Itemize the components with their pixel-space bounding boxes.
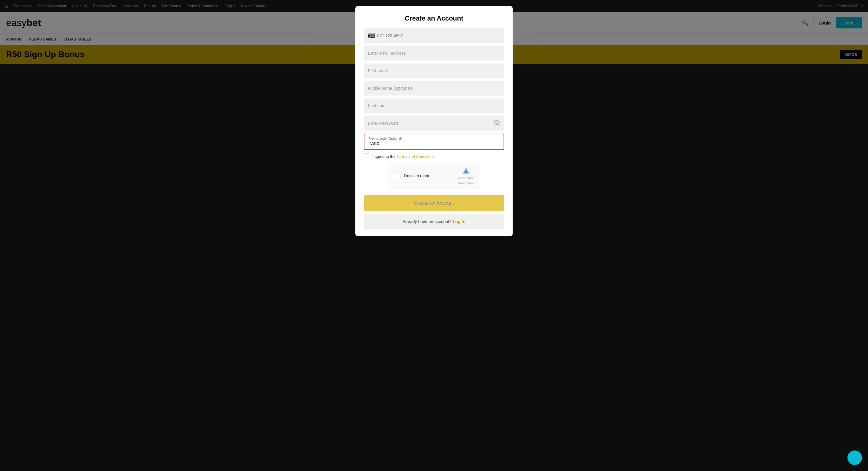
login-link[interactable]: Log In — [453, 219, 465, 224]
password-group — [364, 116, 504, 131]
phone-row: 🇿🇦 — [364, 28, 504, 43]
terms-label: I agree to the Terms and Conditions — [372, 154, 435, 159]
phone-input[interactable] — [377, 28, 500, 43]
recaptcha-links: Privacy · Terms — [458, 182, 474, 184]
password-input[interactable] — [364, 116, 504, 131]
recaptcha-left: I'm not a robot — [394, 172, 429, 179]
registration-modal: Create an Account 🇿🇦 — [355, 6, 513, 236]
modal-overlay: Create an Account 🇿🇦 — [0, 0, 868, 471]
recaptcha-brand-label: reCAPTCHA — [458, 177, 474, 180]
recaptcha-right: reCAPTCHA Privacy · Terms — [458, 166, 474, 185]
terms-checkbox-row: I agree to the Terms and Conditions — [364, 154, 504, 159]
recaptcha-widget[interactable]: I'm not a robot reCAPTCHA Privacy · Term… — [389, 163, 479, 189]
promo-group: Promo code (Optional) — [364, 134, 504, 150]
password-toggle-icon[interactable] — [494, 120, 500, 127]
already-text: Already have an account? — [403, 219, 452, 224]
email-group — [364, 46, 504, 60]
promo-input[interactable] — [369, 141, 499, 146]
south-africa-flag-icon: 🇿🇦 — [368, 32, 375, 39]
recaptcha-checkbox[interactable] — [394, 172, 400, 179]
terms-link[interactable]: Terms and Conditions — [397, 154, 435, 159]
middlename-group — [364, 81, 504, 96]
already-have-account-row: Already have an account? Log In — [364, 214, 504, 229]
svg-point-1 — [465, 171, 467, 173]
lastname-group — [364, 99, 504, 113]
phone-group: 🇿🇦 — [364, 28, 504, 43]
middlename-input[interactable] — [364, 81, 504, 96]
recaptcha-text: I'm not a robot — [404, 174, 429, 178]
modal-title: Create an Account — [364, 14, 504, 22]
firstname-group — [364, 63, 504, 78]
email-input[interactable] — [364, 46, 504, 60]
create-account-button[interactable]: Create an Account — [364, 195, 504, 211]
lastname-input[interactable] — [364, 99, 504, 113]
chat-bubble[interactable]: ··· — [847, 450, 862, 465]
recaptcha-logo-icon — [458, 166, 474, 177]
promo-label: Promo code (Optional) — [369, 137, 499, 140]
firstname-input[interactable] — [364, 63, 504, 78]
terms-checkbox[interactable] — [364, 154, 369, 159]
